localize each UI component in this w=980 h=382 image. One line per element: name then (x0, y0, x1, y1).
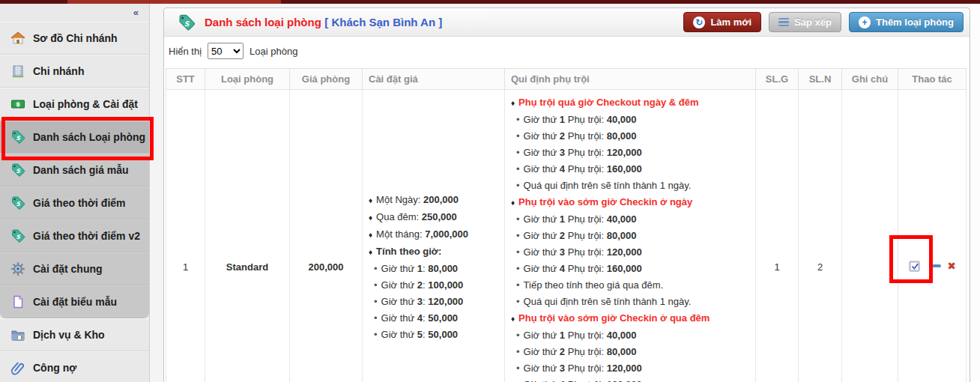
rule-line: •Quá qui định trên sẽ tính thành 1 ngày. (511, 294, 755, 310)
rule-section-title: ♦Phụ trội vào sớm giờ Checkin ở qua đêm (511, 310, 755, 327)
sidebar-item-0[interactable]: Sơ đồ Chi nhánh (0, 22, 149, 55)
sidebar-item-10[interactable]: Công nợ (0, 351, 149, 382)
sidebar-item-label: Giá theo thời điểm v2 (33, 230, 140, 242)
sidebar-item-label: Dịch vụ & Kho (33, 329, 105, 341)
gear-icon (10, 261, 25, 276)
rule-line: ♦Qua đêm: 250,000 (369, 209, 504, 226)
sidebar-item-2[interactable]: $Loại phòng & Cài đặt (0, 88, 149, 121)
document-icon (10, 294, 25, 309)
svg-text:S: S (16, 201, 20, 207)
bullet-icon: • (516, 344, 520, 360)
rule-line: •Giờ thứ 2 Phụ trội: 80,000 (511, 228, 755, 244)
svg-text:S: S (16, 234, 20, 240)
refresh-button[interactable]: ↻Làm mới (683, 12, 761, 32)
main-panel: S Danh sách loại phòng [ Khách Sạn Bình … (163, 7, 970, 382)
sidebar-item-8[interactable]: Cài đặt biểu mẫu (0, 285, 149, 318)
rule-line: •Giờ thứ 1 Phụ trội: 40,000 (511, 112, 755, 128)
cell-slg: 1 (756, 90, 799, 382)
bullet-icon: ♦ (369, 244, 372, 261)
column-header-6: SL.N (799, 69, 842, 90)
column-header-7: Ghi chú (842, 69, 898, 90)
tag-icon: S (10, 130, 25, 145)
bullet-icon: • (516, 211, 520, 228)
sort-icon (778, 18, 789, 27)
rule-line: •Giờ thứ 3 Phụ trội: 120,000 (511, 244, 755, 261)
tag-icon: S (10, 228, 25, 243)
rule-line: •Giờ thứ 3 Phụ trội: 120,000 (511, 145, 755, 161)
tag-icon: S (10, 163, 25, 178)
bullet-icon: ♦ (511, 95, 515, 112)
separator-dash-icon (932, 264, 941, 267)
bullet-icon: ♦ (369, 210, 372, 226)
scrollbar-track[interactable] (970, 4, 980, 382)
bullet-icon: • (516, 228, 520, 244)
page-size-select[interactable]: 50 (208, 43, 244, 59)
sort-button[interactable]: Sắp xếp (769, 12, 841, 32)
room-types-table: STTLoại phòngGiá phòngCài đặt giáQui địn… (166, 68, 967, 382)
tag-icon: S (178, 13, 196, 31)
rule-line: •Giờ thứ 2: 100,000 (369, 277, 504, 294)
delete-icon[interactable]: ✖ (947, 261, 956, 271)
add-icon: + (859, 16, 871, 28)
sidebar-item-4[interactable]: SDanh sách giá mẫu (0, 154, 149, 187)
sidebar-item-9[interactable]: Dịch vụ & Kho (0, 318, 149, 351)
column-header-8: Thao tác (898, 69, 967, 90)
bullet-icon: • (374, 277, 378, 294)
rule-line: •Giờ thứ 2 Phụ trội: 80,000 (511, 128, 755, 145)
rule-line: •Giờ thứ 3 Phụ trội: 120,000 (511, 360, 755, 377)
money-icon: $ (10, 97, 25, 112)
rule-line: •Giờ thứ 1 Phụ trội: 40,000 (511, 327, 755, 344)
sidebar-item-label: Giá theo thời điểm (33, 197, 126, 209)
edit-icon[interactable] (908, 259, 922, 273)
sidebar-item-5[interactable]: SGiá theo thời điểm (0, 187, 149, 219)
page-size-label-before: Hiển thị (169, 46, 202, 57)
button-label: Thêm loại phòng (876, 16, 954, 28)
cell-room-type: Standard (205, 90, 290, 382)
sidebar-item-label: Cài đặt chung (33, 263, 103, 275)
sidebar-item-label: Danh sách Loại phòng (33, 131, 145, 143)
column-header-5: SL.G (756, 69, 799, 90)
bullet-icon: ♦ (511, 195, 515, 211)
svg-text:S: S (16, 135, 20, 142)
refresh-icon: ↻ (693, 16, 705, 28)
sidebar-item-label: Loại phòng & Cài đặt (33, 98, 138, 110)
sidebar-item-label: Chi nhánh (33, 65, 84, 77)
column-header-1: Loại phòng (205, 69, 290, 90)
bullet-icon: • (374, 310, 378, 327)
rule-line: ♦Tính theo giờ: (369, 243, 504, 261)
bullet-icon: • (516, 145, 520, 161)
bullet-icon: • (374, 261, 378, 277)
sidebar-collapse-icon[interactable]: « (133, 7, 139, 18)
rule-line: ♦Một Ngày: 200,000 (369, 192, 504, 209)
column-header-2: Giá phòng (290, 69, 363, 90)
sidebar-item-label: Cài đặt biểu mẫu (33, 296, 117, 308)
button-label: Sắp xếp (794, 16, 832, 28)
bullet-icon: • (516, 128, 520, 145)
svg-text:$: $ (16, 101, 19, 108)
sidebar-item-6[interactable]: SGiá theo thời điểm v2 (0, 219, 149, 252)
paperclip-icon (10, 360, 25, 375)
cell-stt: 1 (166, 90, 205, 382)
rule-line: •Tiếp theo tính theo giá qua đêm. (511, 277, 755, 294)
rule-line: ♦Một tháng: 7,000,000 (369, 226, 504, 243)
page-size-label-after: Loại phòng (249, 46, 297, 57)
bullet-icon: • (516, 244, 520, 261)
cell-sln: 2 (799, 90, 842, 382)
bullet-icon: • (516, 294, 520, 310)
rule-section-title: ♦Phụ trội vào sớm giờ Checkin ở ngày (511, 194, 755, 211)
cell-actions: ✖ (898, 90, 967, 382)
bullet-icon: • (516, 112, 520, 128)
sidebar-item-3[interactable]: SDanh sách Loại phòng (0, 121, 149, 154)
building-icon (10, 64, 25, 79)
sidebar: « Sơ đồ Chi nhánhChi nhánh$Loại phòng & … (0, 4, 150, 382)
tag-icon: S (10, 195, 25, 210)
filter-row: Hiển thị 50 Loại phòng (164, 37, 970, 64)
sidebar-item-1[interactable]: Chi nhánh (0, 55, 149, 88)
bullet-icon: • (516, 161, 520, 178)
add-button[interactable]: +Thêm loại phòng (849, 12, 964, 32)
rule-line: •Giờ thứ 5: 50,000 (369, 327, 504, 343)
rule-line: •Giờ thứ 4 Phụ trội: 160,000 (511, 261, 755, 277)
sidebar-item-label: Sơ đồ Chi nhánh (33, 32, 118, 44)
sidebar-item-7[interactable]: Cài đặt chung (0, 252, 149, 285)
rule-line: •Giờ thứ 4 Phụ trội: 160,000 (511, 161, 755, 178)
